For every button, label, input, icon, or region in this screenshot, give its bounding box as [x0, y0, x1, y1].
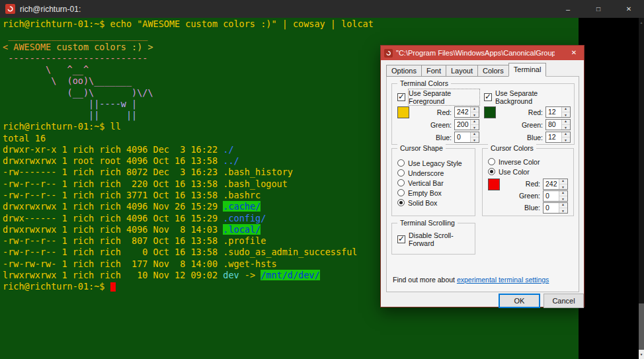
spinner-value[interactable]: 80 — [546, 120, 561, 130]
spinner-up-icon[interactable] — [562, 120, 570, 125]
maximize-button[interactable]: □ — [583, 0, 614, 18]
spinner-up-icon[interactable] — [559, 191, 567, 196]
radio-icon — [397, 199, 405, 206]
radio-inverse-color[interactable]: Inverse Color — [488, 157, 568, 167]
radio-label: Use Color — [499, 168, 530, 176]
background-green-spinner[interactable]: 80 — [545, 119, 571, 130]
spinner-buttons — [470, 120, 479, 130]
properties-dialog: "C:\Program Files\WindowsApps\CanonicalG… — [380, 45, 584, 307]
spinner-down-icon[interactable] — [559, 184, 567, 189]
group-legend: Cursor Shape — [397, 144, 446, 152]
terminal-scrollbar[interactable]: ▲ ▼ — [639, 18, 644, 359]
green-label: Green: — [519, 192, 540, 200]
background-red-spinner[interactable]: 12 — [545, 106, 571, 118]
spinner-up-icon[interactable] — [471, 107, 479, 112]
spinner-buttons — [559, 179, 567, 189]
dialog-titlebar[interactable]: "C:\Program Files\WindowsApps\CanonicalG… — [381, 46, 584, 60]
scroll-up-icon[interactable]: ▲ — [639, 18, 644, 27]
scroll-down-icon[interactable]: ▼ — [639, 350, 644, 359]
radio-icon — [397, 179, 405, 186]
spinner-value[interactable]: 0 — [543, 203, 559, 213]
spinner-value[interactable]: 242 — [543, 179, 559, 189]
spinner-buttons — [470, 107, 479, 117]
spinner-down-icon[interactable] — [562, 138, 570, 142]
use-separate-foreground-checkbox[interactable]: Use Separate Foreground — [397, 92, 479, 102]
checkbox-label: Use Separate Foreground — [409, 89, 479, 105]
disable-scroll-forward-checkbox[interactable]: Disable Scroll-Forward — [397, 234, 475, 244]
terminal-colors-group: Terminal Colors Use Separate Foreground … — [391, 83, 575, 145]
terminal-tab-panel: Terminal Colors Use Separate Foreground … — [386, 76, 579, 292]
app-icon[interactable] — [5, 4, 15, 14]
checkbox-label: Disable Scroll-Forward — [409, 231, 475, 247]
tab-layout[interactable]: Layout — [446, 65, 478, 77]
swirl-icon — [7, 5, 14, 13]
cursor-colors-group: Cursor Colors Inverse Color Use Color Re… — [482, 148, 574, 216]
blue-label: Blue: — [436, 134, 452, 141]
cancel-button[interactable]: Cancel — [543, 294, 584, 308]
foreground-color-swatch — [397, 106, 409, 118]
tab-terminal[interactable]: Terminal — [508, 63, 547, 77]
spinner-value[interactable]: 0 — [543, 191, 559, 201]
radio-solid-box[interactable]: Solid Box — [397, 198, 475, 208]
spinner-up-icon[interactable] — [471, 120, 479, 125]
radio-label: Underscore — [408, 169, 444, 177]
close-button[interactable]: ✕ — [614, 0, 644, 18]
cursor-blue-spinner[interactable]: 0 — [543, 202, 568, 214]
radio-underscore[interactable]: Underscore — [397, 168, 475, 178]
foreground-red-spinner[interactable]: 242 — [454, 106, 479, 118]
experimental-settings-link[interactable]: experimental terminal settings — [457, 276, 549, 284]
group-legend: Terminal Colors — [397, 79, 451, 87]
spinner-up-icon[interactable] — [471, 132, 479, 138]
cursor-green-spinner[interactable]: 0 — [543, 190, 568, 202]
checkbox-icon — [484, 93, 492, 101]
spinner-buttons — [470, 132, 479, 142]
spinner-down-icon[interactable] — [471, 125, 479, 130]
use-separate-background-checkbox[interactable]: Use Separate Background — [484, 92, 571, 102]
spinner-value[interactable]: 242 — [455, 107, 470, 117]
background-color-swatch — [484, 106, 496, 118]
spinner-down-icon[interactable] — [471, 138, 479, 142]
spinner-down-icon[interactable] — [562, 112, 570, 117]
ok-button[interactable]: OK — [499, 294, 540, 308]
window-titlebar[interactable]: rich@richturn-01: – □ ✕ — [0, 0, 644, 18]
group-legend: Cursor Colors — [488, 144, 536, 152]
green-label: Green: — [522, 121, 543, 129]
radio-label: Inverse Color — [499, 158, 540, 166]
spinner-buttons — [561, 120, 570, 130]
spinner-up-icon[interactable] — [562, 107, 570, 112]
cursor-color-swatch — [488, 179, 500, 190]
spinner-up-icon[interactable] — [559, 179, 567, 184]
background-blue-spinner[interactable]: 12 — [545, 132, 571, 143]
cursor-red-spinner[interactable]: 242 — [543, 179, 568, 190]
spinner-down-icon[interactable] — [471, 112, 479, 117]
spinner-up-icon[interactable] — [559, 203, 567, 208]
console-app-icon — [384, 49, 393, 58]
spinner-up-icon[interactable] — [562, 132, 570, 138]
dialog-close-button[interactable]: ✕ — [564, 46, 584, 60]
spinner-value[interactable]: 200 — [455, 120, 470, 130]
spinner-value[interactable]: 0 — [455, 132, 470, 142]
radio-icon — [397, 159, 405, 167]
help-text: Find out more about — [393, 276, 457, 284]
checkbox-label: Use Separate Background — [495, 89, 571, 105]
radio-label: Empty Box — [408, 189, 442, 197]
terminal-line: rich@richturn-01:~$ echo "AWESOME custom… — [3, 19, 579, 30]
spinner-value[interactable]: 12 — [546, 132, 561, 142]
red-label: Red: — [528, 108, 543, 116]
minimize-button[interactable]: – — [553, 0, 583, 18]
spinner-down-icon[interactable] — [559, 208, 567, 213]
radio-vertical-bar[interactable]: Vertical Bar — [397, 178, 475, 188]
spinner-down-icon[interactable] — [559, 196, 567, 201]
tab-options[interactable]: Options — [386, 65, 422, 77]
green-label: Green: — [430, 121, 452, 129]
foreground-blue-spinner[interactable]: 0 — [454, 132, 479, 143]
tab-font[interactable]: Font — [421, 65, 446, 77]
radio-empty-box[interactable]: Empty Box — [397, 188, 475, 198]
spinner-value[interactable]: 12 — [546, 107, 561, 117]
window-controls: – □ ✕ — [553, 0, 644, 18]
foreground-green-spinner[interactable]: 200 — [454, 119, 479, 130]
tab-colors[interactable]: Colors — [477, 65, 509, 77]
radio-use-color[interactable]: Use Color — [488, 167, 568, 177]
spinner-down-icon[interactable] — [562, 125, 570, 130]
radio-use-legacy-style[interactable]: Use Legacy Style — [397, 158, 475, 168]
